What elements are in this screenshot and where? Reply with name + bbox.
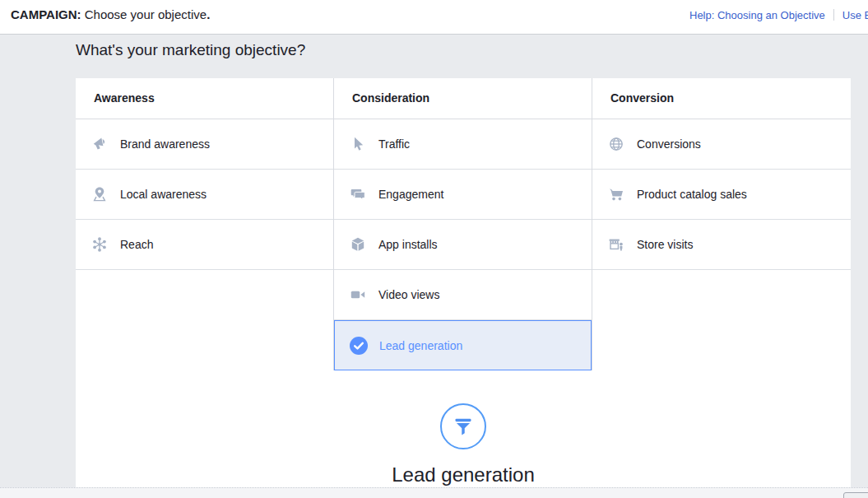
objective-label: Store visits bbox=[637, 238, 693, 251]
objective-panel: Awareness Brand awareness bbox=[76, 78, 851, 487]
objective-label: Product catalog sales bbox=[637, 188, 747, 201]
marketing-objective-heading: What's your marketing objective? bbox=[76, 41, 305, 59]
page-title: CAMPAIGN: Choose your objective. bbox=[11, 7, 210, 21]
objective-label: Video views bbox=[378, 288, 439, 301]
header-links: Help: Choosing an ObjectiveUse Existing … bbox=[689, 9, 868, 21]
objective-store-visits[interactable]: Store visits bbox=[592, 220, 851, 270]
objective-label: Local awareness bbox=[120, 188, 207, 201]
chat-bubbles-icon bbox=[349, 185, 367, 203]
selected-objective-name: Lead generation bbox=[76, 463, 851, 486]
megaphone-icon bbox=[91, 135, 109, 153]
objective-product-catalog-sales[interactable]: Product catalog sales bbox=[592, 170, 851, 220]
objective-label: Engagement bbox=[378, 188, 443, 201]
objective-label: Traffic bbox=[378, 137, 410, 151]
cube-icon bbox=[349, 235, 367, 254]
funnel-icon bbox=[440, 403, 486, 449]
link-divider bbox=[833, 9, 834, 21]
objective-local-awareness[interactable]: Local awareness bbox=[76, 170, 333, 220]
objective-conversions[interactable]: Conversions bbox=[592, 119, 851, 170]
cart-icon bbox=[607, 185, 625, 203]
cursor-icon bbox=[349, 135, 367, 153]
campaign-label: CAMPAIGN: bbox=[11, 7, 81, 21]
objective-app-installs[interactable]: App installs bbox=[334, 220, 592, 270]
objective-label: Conversions bbox=[637, 137, 701, 151]
objective-reach[interactable]: Reach bbox=[76, 220, 333, 270]
objective-table: Awareness Brand awareness bbox=[76, 78, 851, 370]
objective-label: Lead generation bbox=[379, 339, 462, 352]
objective-label: App installs bbox=[378, 238, 438, 251]
globe-icon bbox=[607, 135, 625, 153]
column-header-conversion: Conversion bbox=[592, 78, 851, 119]
column-header-awareness: Awareness bbox=[76, 78, 333, 119]
objective-video-views[interactable]: Video views bbox=[334, 270, 592, 320]
objective-brand-awareness[interactable]: Brand awareness bbox=[76, 119, 333, 170]
column-awareness: Awareness Brand awareness bbox=[76, 78, 334, 370]
check-circle-icon bbox=[350, 337, 368, 355]
storefront-icon bbox=[607, 235, 625, 254]
video-camera-icon bbox=[349, 286, 367, 304]
objective-label: Brand awareness bbox=[120, 137, 210, 151]
use-existing-campaign-link[interactable]: Use Existing Campaign bbox=[842, 9, 868, 21]
column-header-consideration: Consideration bbox=[334, 78, 592, 119]
objective-traffic[interactable]: Traffic bbox=[334, 119, 592, 170]
help-choosing-objective-link[interactable]: Help: Choosing an Objective bbox=[689, 9, 825, 21]
objective-label: Reach bbox=[120, 238, 153, 251]
bottom-right-peek-button[interactable] bbox=[843, 492, 868, 498]
column-consideration: Consideration Traffic Engagement bbox=[334, 78, 592, 370]
objective-engagement[interactable]: Engagement bbox=[334, 170, 592, 220]
network-icon bbox=[91, 235, 109, 254]
objective-lead-generation[interactable]: Lead generation bbox=[334, 320, 592, 370]
map-pin-icon bbox=[91, 185, 109, 203]
column-conversion: Conversion Conversions bbox=[592, 78, 851, 370]
campaign-header-bar: CAMPAIGN: Choose your objective. Help: C… bbox=[0, 0, 868, 35]
campaign-subtitle: Choose your objective bbox=[81, 7, 207, 21]
selected-objective-summary: Lead generation bbox=[76, 403, 851, 486]
footer-strip bbox=[0, 487, 868, 498]
